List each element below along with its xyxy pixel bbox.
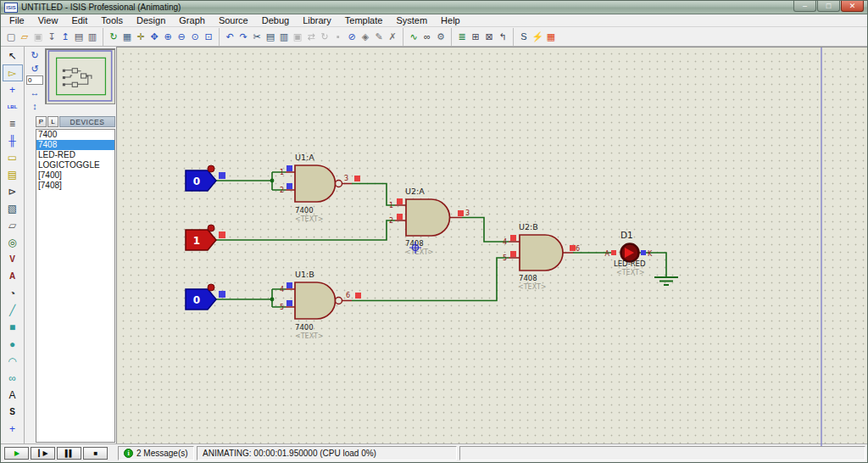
menu-help[interactable]: Help bbox=[434, 14, 467, 27]
led-d1[interactable]: D1 LED-RED <TEXT> A K bbox=[605, 230, 653, 276]
graph-mode[interactable]: ▧ bbox=[3, 200, 23, 217]
open-design-button[interactable]: ▱ bbox=[18, 29, 31, 45]
device-7408[interactable]: 7408 bbox=[36, 140, 114, 150]
close-button[interactable]: ✕ bbox=[841, 1, 864, 12]
block-rotate-button[interactable]: ↻ bbox=[318, 29, 331, 45]
redo-button[interactable]: ↷ bbox=[236, 29, 250, 45]
tape-recorder-mode[interactable]: ▱ bbox=[3, 217, 23, 234]
menu-design[interactable]: Design bbox=[130, 14, 172, 27]
virtual-instruments-mode[interactable]: ◔ bbox=[3, 285, 23, 302]
subcircuit-mode[interactable]: ▭ bbox=[3, 149, 23, 166]
device-7408-model[interactable]: [7408] bbox=[36, 181, 114, 191]
menu-debug[interactable]: Debug bbox=[255, 14, 296, 27]
wire-label-mode[interactable]: LBL bbox=[3, 98, 23, 115]
pause-button[interactable]: ▌▌ bbox=[57, 447, 81, 460]
2d-circle-mode[interactable]: ● bbox=[3, 336, 23, 353]
save-design-button[interactable]: ▣ bbox=[31, 29, 45, 45]
logic-toggle-a[interactable]: 0 bbox=[186, 165, 225, 191]
stop-button[interactable]: ■ bbox=[83, 447, 108, 460]
gate-u2b[interactable]: U2:B 7408 <TEXT> 4 5 6 bbox=[503, 222, 580, 291]
paste-button[interactable]: ▥ bbox=[277, 29, 291, 45]
zoom-area-button[interactable]: ⊡ bbox=[202, 29, 215, 45]
text-script-mode[interactable]: ≡ bbox=[3, 115, 23, 132]
menu-source[interactable]: Source bbox=[212, 14, 255, 27]
generator-mode[interactable]: ◎ bbox=[3, 234, 23, 251]
component-mode[interactable]: ▻ bbox=[3, 64, 23, 81]
copy-button[interactable]: ▤ bbox=[264, 29, 277, 45]
device-pin-mode[interactable]: ⊳ bbox=[3, 183, 23, 200]
voltage-probe-mode[interactable]: V bbox=[3, 251, 23, 268]
maximize-button[interactable]: □ bbox=[817, 1, 840, 12]
new-root-sheet-button[interactable]: ⊞ bbox=[469, 29, 482, 45]
export-section-button[interactable]: ↥ bbox=[58, 29, 72, 45]
design-explorer-button[interactable]: ≣ bbox=[455, 29, 469, 45]
toggle-actuator[interactable] bbox=[208, 284, 214, 291]
buses-mode[interactable]: ╫ bbox=[3, 132, 23, 149]
overview-minimap[interactable] bbox=[45, 48, 115, 104]
mark-output-area-button[interactable]: ▥ bbox=[86, 29, 99, 45]
menu-system[interactable]: System bbox=[389, 14, 434, 27]
menu-library[interactable]: Library bbox=[296, 14, 338, 27]
rotate-clockwise-button[interactable]: ↻ bbox=[27, 48, 42, 61]
device-7400[interactable]: 7400 bbox=[36, 130, 114, 140]
2d-marker-mode[interactable]: + bbox=[3, 421, 23, 438]
play-button[interactable]: ▶ bbox=[4, 447, 29, 460]
rotation-angle-field[interactable] bbox=[26, 75, 43, 85]
device-led-red[interactable]: LED-RED bbox=[36, 150, 114, 160]
junction-dot-mode[interactable]: + bbox=[3, 81, 23, 98]
gate-u1b[interactable]: U1:B 7400 <TEXT> 4 5 6 bbox=[280, 270, 361, 340]
flip-horizontal-button[interactable]: ↔ bbox=[27, 86, 42, 98]
terminal-mode[interactable]: ▤ bbox=[3, 166, 23, 183]
schematic-canvas[interactable]: 0 1 0 bbox=[117, 47, 867, 443]
electrical-rule-check-button[interactable]: ⚡ bbox=[531, 29, 544, 45]
toggle-grid-button[interactable]: ▦ bbox=[120, 29, 134, 45]
bill-of-materials-button[interactable]: S bbox=[517, 29, 531, 45]
2d-text-mode[interactable]: A bbox=[3, 387, 23, 404]
block-move-button[interactable]: ⇄ bbox=[304, 29, 318, 45]
2d-path-mode[interactable]: ∞ bbox=[3, 370, 23, 387]
exit-to-parent-button[interactable]: ↰ bbox=[496, 29, 509, 45]
library-button[interactable]: L bbox=[47, 116, 58, 127]
pan-button[interactable]: ✥ bbox=[147, 29, 161, 45]
pick-parts-button[interactable]: ⊘ bbox=[345, 29, 359, 45]
menu-tools[interactable]: Tools bbox=[94, 14, 130, 27]
property-assignment-button[interactable]: ⚙ bbox=[434, 29, 448, 45]
menu-template[interactable]: Template bbox=[338, 14, 390, 27]
message-status[interactable]: i 2 Message(s) bbox=[118, 446, 194, 460]
2d-line-mode[interactable]: ╱ bbox=[3, 302, 23, 319]
menu-view[interactable]: View bbox=[31, 14, 65, 27]
toggle-actuator[interactable] bbox=[208, 225, 214, 232]
toggle-actuator[interactable] bbox=[208, 165, 214, 172]
zoom-in-button[interactable]: ⊕ bbox=[161, 29, 175, 45]
origin-button[interactable]: ✛ bbox=[134, 29, 147, 45]
make-device-button[interactable]: ◈ bbox=[359, 29, 372, 45]
wire-autorouter-button[interactable]: ∿ bbox=[407, 29, 420, 45]
2d-arc-mode[interactable]: ◠ bbox=[3, 353, 23, 370]
minimize-button[interactable]: – bbox=[793, 1, 816, 12]
selection-mode[interactable]: ↖ bbox=[3, 47, 23, 64]
rotate-anticlockwise-button[interactable]: ↺ bbox=[27, 62, 42, 75]
redraw-button[interactable]: ↻ bbox=[107, 29, 120, 45]
gate-u1a[interactable]: U1:A 7400 <TEXT> 1 2 3 bbox=[280, 153, 360, 223]
pick-devices-button[interactable]: P bbox=[36, 116, 47, 127]
device-logictoggle[interactable]: LOGICTOGGLE bbox=[36, 160, 114, 170]
netlist-to-ares-button[interactable]: ▦ bbox=[544, 29, 558, 45]
undo-button[interactable]: ↶ bbox=[223, 29, 236, 45]
ground-terminal[interactable] bbox=[654, 277, 678, 285]
search-and-tag-button[interactable]: ∞ bbox=[420, 29, 434, 45]
menu-edit[interactable]: Edit bbox=[64, 14, 94, 27]
2d-box-mode[interactable]: ■ bbox=[3, 319, 23, 336]
logic-toggle-c[interactable]: 0 bbox=[186, 284, 225, 310]
2d-symbol-mode[interactable]: S bbox=[3, 404, 23, 421]
new-document-button[interactable]: ▢ bbox=[4, 29, 18, 45]
zoom-out-button[interactable]: ⊖ bbox=[175, 29, 188, 45]
step-button[interactable]: ▎▶ bbox=[31, 447, 55, 460]
block-copy-button[interactable]: ▣ bbox=[291, 29, 304, 45]
current-probe-mode[interactable]: A bbox=[3, 268, 23, 285]
cut-button[interactable]: ✂ bbox=[250, 29, 264, 45]
gate-u2a[interactable]: U2:A 7408 <TEXT> 1 2 3 bbox=[389, 187, 470, 256]
decompose-button[interactable]: ✗ bbox=[386, 29, 399, 45]
remove-sheet-button[interactable]: ⊠ bbox=[482, 29, 496, 45]
packaging-tool-button[interactable]: ✎ bbox=[372, 29, 386, 45]
logic-toggle-b[interactable]: 1 bbox=[186, 225, 225, 250]
